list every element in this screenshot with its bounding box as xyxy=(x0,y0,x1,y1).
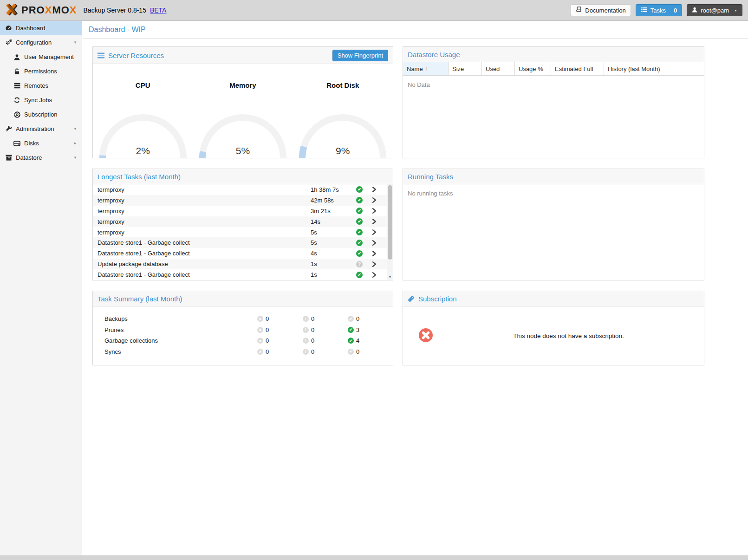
task-row[interactable]: Datastore store1 - Garbage collect 4s xyxy=(93,248,393,259)
status-ok-icon xyxy=(356,272,363,278)
summary-row: Prunes 0 0 3 xyxy=(93,325,393,336)
open-task-chevron-icon[interactable] xyxy=(372,229,377,235)
status-ok-icon xyxy=(356,229,363,235)
scrollbar-thumb[interactable] xyxy=(388,185,392,260)
sidebar-item-label: Disks xyxy=(24,140,39,147)
user-icon xyxy=(13,53,21,60)
sidebar-item-label: Dashboard xyxy=(16,25,46,32)
task-row[interactable]: termproxy 5s xyxy=(93,227,393,238)
task-row[interactable]: termproxy 14s xyxy=(93,216,393,227)
column-header-size[interactable]: Size xyxy=(449,62,482,75)
unlock-icon xyxy=(13,68,21,75)
open-task-chevron-icon[interactable] xyxy=(372,186,377,193)
datastore-usage-panel: Datastore Usage Name ↑ Size Used Usage %… xyxy=(403,46,704,158)
sidebar-item-dashboard[interactable]: Dashboard xyxy=(0,21,82,35)
open-task-chevron-icon[interactable] xyxy=(372,240,377,246)
open-task-chevron-icon[interactable] xyxy=(372,272,377,278)
documentation-button[interactable]: Documentation xyxy=(571,4,631,16)
user-icon xyxy=(692,7,697,14)
tasks-button[interactable]: Tasks 0 xyxy=(636,4,682,16)
task-list-icon xyxy=(641,7,647,14)
task-row[interactable]: termproxy 1h 38m 7s xyxy=(93,184,393,195)
hdd-icon xyxy=(13,140,21,147)
status-ok-icon xyxy=(356,250,363,257)
status-ok-icon xyxy=(356,208,363,214)
sidebar-item-disks[interactable]: Disks ► xyxy=(0,136,82,150)
status-unknown-icon xyxy=(356,261,363,267)
summary-row: Garbage collections 0 0 4 xyxy=(93,335,393,346)
task-row[interactable]: termproxy 3m 21s xyxy=(93,206,393,216)
sidebar-item-datastore[interactable]: Datastore ▼ xyxy=(0,150,82,165)
open-task-chevron-icon[interactable] xyxy=(372,208,377,214)
open-task-chevron-icon[interactable] xyxy=(372,250,377,257)
sidebar-item-subscription[interactable]: Subscription xyxy=(0,107,82,122)
caret-down-icon: ▼ xyxy=(73,127,77,131)
task-row[interactable]: Datastore store1 - Garbage collect 1s xyxy=(93,269,393,280)
panel-title: Running Tasks xyxy=(408,173,453,181)
sort-up-icon: ↑ xyxy=(425,65,428,72)
sidebar-item-label: Configuration xyxy=(16,39,52,46)
sidebar-item-label: Datastore xyxy=(16,154,42,161)
sidebar-item-permissions[interactable]: Permissions xyxy=(0,64,82,78)
column-header-history[interactable]: History (last Month) xyxy=(604,62,704,75)
scrollbar[interactable]: ▼ xyxy=(387,184,393,280)
sidebar-item-remotes[interactable]: Remotes xyxy=(0,78,82,93)
bottom-strip xyxy=(0,555,748,560)
panel-title: Subscription xyxy=(418,295,457,303)
cpu-gauge-value: 2% xyxy=(93,145,193,156)
top-bar: PROXMOX Backup Server 0.8-15 BETA Docume… xyxy=(0,0,748,21)
subscription-body: This node does not have a subscription. xyxy=(403,306,704,365)
longest-tasks-list: termproxy 1h 38m 7s termproxy 42m 58s te… xyxy=(93,184,393,280)
page-title-bar: Dashboard - WIP xyxy=(83,21,748,39)
root-disk-gauge: Root Disk 9% xyxy=(293,64,393,158)
running-tasks-empty-text: No running tasks xyxy=(403,184,704,202)
beta-link[interactable]: BETA xyxy=(150,7,167,14)
caret-right-icon: ► xyxy=(73,141,77,145)
cpu-gauge: CPU 2% xyxy=(93,64,193,158)
task-row[interactable]: Update package database 1s xyxy=(93,259,393,269)
ticket-icon xyxy=(408,295,415,302)
warning-count-icon xyxy=(303,316,309,322)
proxmox-logo-icon xyxy=(5,3,19,18)
memory-gauge-value: 5% xyxy=(193,145,293,156)
scroll-down-icon[interactable]: ▼ xyxy=(387,274,393,280)
open-task-chevron-icon[interactable] xyxy=(372,218,377,225)
warning-count-icon xyxy=(303,327,309,333)
column-header-name[interactable]: Name ↑ xyxy=(403,62,449,75)
open-task-chevron-icon[interactable] xyxy=(372,261,377,267)
panel-title: Longest Tasks (last Month) xyxy=(98,173,181,181)
sidebar-item-administration[interactable]: Administration ▼ xyxy=(0,122,82,136)
summary-row: Backups 0 0 0 xyxy=(93,313,393,325)
status-ok-icon xyxy=(356,197,363,203)
error-count-icon xyxy=(257,327,263,333)
sidebar-item-configuration[interactable]: Configuration ▼ xyxy=(0,35,82,50)
wrench-icon xyxy=(5,125,13,132)
page-title: Dashboard - WIP xyxy=(89,26,146,34)
show-fingerprint-button[interactable]: Show Fingerprint xyxy=(332,50,388,61)
task-summary-panel: Task Summary (last Month) Backups 0 0 0 … xyxy=(92,291,393,365)
sidebar-item-user-management[interactable]: User Management xyxy=(0,50,82,64)
sidebar: Dashboard Configuration ▼ User Managemen… xyxy=(0,21,82,555)
support-icon xyxy=(13,111,21,118)
tasks-count-badge: 0 xyxy=(674,7,677,14)
subscription-panel: Subscription This node does not have a s… xyxy=(403,291,704,365)
ok-count-icon xyxy=(348,316,354,322)
task-row[interactable]: Datastore store1 - Garbage collect 5s xyxy=(93,237,393,248)
column-header-usage-pct[interactable]: Usage % xyxy=(515,62,551,75)
panel-title: Server Resources xyxy=(108,52,164,59)
column-header-used[interactable]: Used xyxy=(482,62,515,75)
sidebar-item-label: Sync Jobs xyxy=(24,97,52,104)
server-resources-panel: Server Resources Show Fingerprint CPU 2%… xyxy=(92,46,393,158)
root-disk-gauge-value: 9% xyxy=(293,145,393,156)
warning-count-icon xyxy=(303,349,309,355)
sidebar-item-sync-jobs[interactable]: Sync Jobs xyxy=(0,93,82,107)
ok-count-icon xyxy=(348,349,354,355)
task-row[interactable]: termproxy 42m 58s xyxy=(93,195,393,206)
user-menu-button[interactable]: root@pam ▼ xyxy=(687,4,742,16)
column-header-estimated-full[interactable]: Estimated Full xyxy=(551,62,604,75)
datastore-icon xyxy=(5,154,13,161)
open-task-chevron-icon[interactable] xyxy=(372,197,377,203)
running-tasks-panel: Running Tasks No running tasks xyxy=(403,169,704,280)
status-ok-icon xyxy=(356,240,363,246)
product-version-label: Backup Server 0.8-15 xyxy=(84,7,146,14)
